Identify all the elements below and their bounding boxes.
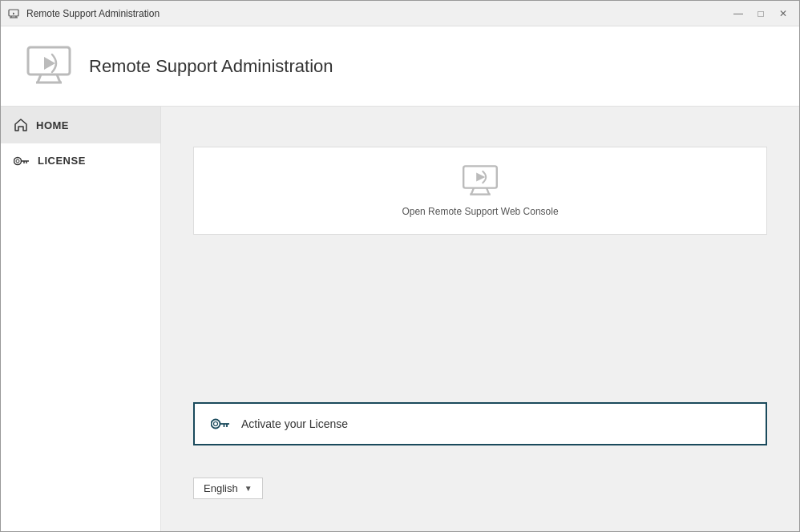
header-icon	[25, 41, 73, 92]
chevron-down-icon: ▼	[244, 484, 253, 493]
app-icon	[7, 7, 20, 20]
title-bar-text: Remote Support Administration	[26, 8, 729, 19]
language-selector[interactable]: English ▼	[193, 478, 263, 499]
svg-point-9	[16, 159, 19, 163]
svg-point-8	[14, 157, 22, 164]
main-content: HOME LICENSE	[1, 107, 799, 531]
language-value: English	[204, 482, 238, 494]
svg-point-17	[212, 420, 220, 429]
minimize-button[interactable]: —	[729, 4, 748, 23]
title-bar-controls: — □ ✕	[729, 4, 793, 23]
web-console-label: Open Remote Support Web Console	[402, 206, 558, 217]
license-key-icon	[211, 417, 230, 430]
sidebar-item-home[interactable]: HOME	[1, 107, 160, 143]
license-section: Activate your License	[193, 402, 767, 445]
sidebar-home-label: HOME	[36, 119, 69, 131]
app-title: Remote Support Administration	[89, 56, 333, 77]
svg-point-18	[214, 422, 218, 426]
close-button[interactable]: ✕	[774, 4, 793, 23]
activate-license-button[interactable]: Activate your License	[193, 402, 767, 445]
sidebar: HOME LICENSE	[1, 107, 161, 531]
sidebar-license-label: LICENSE	[38, 155, 86, 167]
app-window: Remote Support Administration — □ ✕ Remo…	[0, 0, 800, 532]
web-console-card[interactable]: Open Remote Support Web Console	[193, 147, 767, 235]
sidebar-item-license[interactable]: LICENSE	[1, 143, 160, 178]
content-area: Open Remote Support Web Console	[161, 107, 799, 531]
monitor-share-icon	[461, 164, 499, 200]
key-icon	[14, 155, 30, 167]
app-header: Remote Support Administration	[1, 26, 799, 107]
home-icon	[14, 118, 28, 132]
title-bar: Remote Support Administration — □ ✕	[1, 1, 799, 26]
language-section: English ▼	[193, 478, 767, 499]
maximize-button[interactable]: □	[751, 4, 770, 23]
activate-license-label: Activate your License	[241, 417, 348, 430]
svg-rect-0	[9, 10, 18, 16]
